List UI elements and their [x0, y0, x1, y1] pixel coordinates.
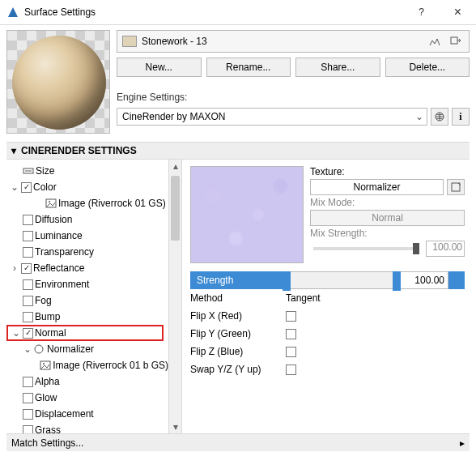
- svg-point-5: [35, 345, 43, 353]
- swap-label: Swap Y/Z (Y up): [190, 364, 286, 375]
- checkbox-color[interactable]: [21, 182, 32, 193]
- tree-item-transparency[interactable]: Transparency: [6, 244, 168, 260]
- scroll-up-icon[interactable]: ▴: [169, 160, 181, 173]
- checkbox-alpha[interactable]: [23, 377, 33, 387]
- strength-slider[interactable]: [283, 271, 400, 289]
- tree-item-size[interactable]: Size: [6, 163, 168, 179]
- tree-item-luminance[interactable]: Luminance: [6, 228, 168, 244]
- size-icon: [23, 166, 34, 176]
- tree-item-fog[interactable]: Fog: [6, 292, 168, 309]
- checkbox-grass[interactable]: [23, 425, 33, 434]
- engine-globe-button[interactable]: [431, 108, 448, 126]
- flipx-label: Flip X (Red): [190, 310, 286, 322]
- method-value: Tangent: [286, 292, 321, 304]
- checkbox-reflectance[interactable]: [21, 263, 32, 274]
- options-arrow-icon[interactable]: [448, 34, 464, 49]
- tree-item-alpha[interactable]: Alpha: [6, 373, 168, 390]
- mixmode-field: Normal: [310, 210, 465, 226]
- checkbox-luminance[interactable]: [23, 231, 33, 241]
- texture-field[interactable]: Normalizer: [310, 179, 444, 195]
- chevron-down-icon: ⌄: [415, 111, 423, 122]
- tree-item-reflectance[interactable]: ›Reflectance: [6, 260, 168, 276]
- texture-browse-button[interactable]: [447, 179, 465, 195]
- chevron-right-icon: ▸: [460, 437, 465, 449]
- material-swatch-icon: [122, 36, 137, 47]
- checkbox-transparency[interactable]: [23, 247, 33, 258]
- flipy-label: Flip Y (Green): [190, 328, 286, 339]
- help-button[interactable]: ?: [403, 0, 440, 24]
- material-name: Stonework - 13: [142, 36, 207, 47]
- app-logo-icon: [6, 6, 19, 19]
- tree-item-normalizer[interactable]: ⌄Normalizer: [6, 341, 168, 357]
- checkbox-swap[interactable]: [286, 365, 296, 375]
- image-icon: [45, 198, 57, 208]
- svg-point-7: [43, 363, 45, 365]
- material-preview: [6, 30, 110, 134]
- tree-item-displacement[interactable]: Displacement: [6, 406, 168, 422]
- strength-value[interactable]: 100.00: [400, 271, 448, 289]
- expand-icon: ⌄: [10, 181, 19, 193]
- texture-label: Texture:: [310, 166, 465, 177]
- engine-select[interactable]: CineRender by MAXON ⌄: [117, 108, 427, 126]
- delete-button[interactable]: Delete...: [385, 58, 470, 77]
- tree-item-diffusion[interactable]: Diffusion: [6, 211, 168, 228]
- rename-button[interactable]: Rename...: [206, 58, 291, 77]
- close-button[interactable]: ×: [440, 0, 476, 24]
- image-icon: [40, 360, 51, 370]
- checkbox-flipz[interactable]: [286, 347, 296, 357]
- texture-preview: [190, 166, 304, 263]
- scroll-down-icon[interactable]: ▾: [169, 420, 181, 433]
- mixstrength-label: Mix Strength:: [310, 228, 465, 239]
- scroll-thumb[interactable]: [171, 176, 180, 241]
- checkbox-bump[interactable]: [23, 312, 33, 322]
- checkbox-fog[interactable]: [23, 296, 33, 306]
- shader-icon: [34, 344, 45, 354]
- checkbox-flipx[interactable]: [286, 311, 296, 322]
- match-settings-button[interactable]: Match Settings... ▸: [6, 433, 470, 451]
- tree-item-normal[interactable]: ⌄Normal: [6, 325, 164, 341]
- checkbox-displacement[interactable]: [23, 409, 33, 420]
- checkbox-diffusion[interactable]: [23, 215, 33, 225]
- checkbox-environment[interactable]: [23, 279, 33, 290]
- tree-item-bump[interactable]: Bump: [6, 309, 168, 325]
- tree-item-normal-image[interactable]: Image (Riverrock 01 b GS): [6, 357, 168, 373]
- expand-icon: ›: [10, 262, 19, 274]
- share-button[interactable]: Share...: [295, 58, 380, 77]
- window-title: Surface Settings: [24, 6, 403, 18]
- engine-info-button[interactable]: i: [452, 108, 470, 126]
- collapse-icon: ▾: [11, 145, 16, 156]
- expand-icon: ⌄: [11, 327, 21, 339]
- mixmode-label: Mix Mode:: [310, 197, 465, 208]
- checkbox-glow[interactable]: [23, 393, 33, 403]
- tree-item-grass[interactable]: Grass: [6, 422, 168, 433]
- tree-item-color[interactable]: ⌄Color: [6, 179, 168, 195]
- checkbox-normal[interactable]: [23, 328, 33, 339]
- flipz-label: Flip Z (Blue): [190, 346, 286, 357]
- new-button[interactable]: New...: [117, 58, 202, 77]
- tree-item-color-image[interactable]: Image (Riverrock 01 GS): [6, 195, 168, 211]
- svg-rect-8: [452, 183, 460, 191]
- tree-item-glow[interactable]: Glow: [6, 390, 168, 406]
- mixstrength-slider: [313, 247, 419, 250]
- svg-rect-0: [451, 37, 457, 44]
- method-row[interactable]: MethodTangent: [190, 289, 465, 307]
- strength-end[interactable]: [448, 271, 465, 289]
- engine-label: Engine Settings:: [117, 92, 470, 103]
- strength-label: Strength: [190, 271, 283, 289]
- tree-scrollbar[interactable]: ▴ ▾: [168, 160, 181, 433]
- tree-item-environment[interactable]: Environment: [6, 276, 168, 292]
- channel-tree[interactable]: Size ⌄Color Image (Riverrock 01 GS) Diff…: [6, 160, 168, 433]
- cinerender-section-header[interactable]: ▾ CINERENDER SETTINGS: [6, 142, 470, 160]
- checkbox-flipy[interactable]: [286, 329, 296, 339]
- mixstrength-value: 100.00: [426, 241, 465, 257]
- expand-icon: ⌄: [23, 343, 32, 355]
- preview-mode-icon[interactable]: [427, 34, 443, 49]
- svg-point-4: [49, 201, 50, 203]
